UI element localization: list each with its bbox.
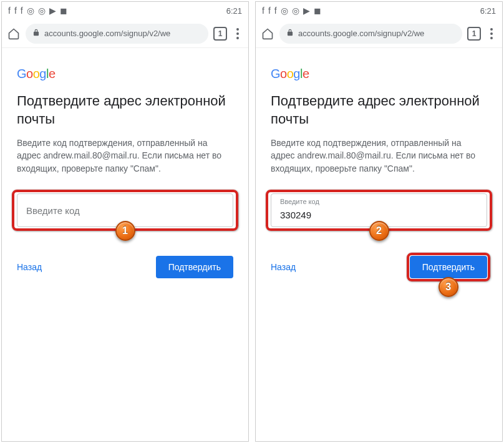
google-logo: Google (271, 67, 487, 81)
status-bar: f f f ◎ ◎ ▶ ◼ 6:21 (2, 2, 248, 19)
page-content: Google Подтвердите адрес электронной поч… (2, 48, 248, 278)
facebook-icon: f (14, 6, 17, 16)
code-input-value: 330249 (280, 210, 311, 220)
play-icon: ▶ (49, 6, 56, 16)
instagram-icon: ◎ (27, 6, 34, 16)
page-title: Подтвердите адрес электронной почты (17, 92, 233, 128)
instagram-icon: ◎ (38, 6, 46, 16)
facebook-icon: f (268, 6, 271, 16)
status-bar: f f f ◎ ◎ ▶ ◼ 6:21 (256, 2, 502, 19)
code-input-label: Введите код (26, 205, 80, 216)
menu-icon[interactable] (486, 28, 497, 39)
phone-right: f f f ◎ ◎ ▶ ◼ 6:21 accounts.google.com/s… (255, 1, 503, 442)
facebook-icon: f (21, 6, 23, 16)
instagram-icon: ◎ (281, 6, 288, 16)
status-icons: f f f ◎ ◎ ▶ ◼ (262, 6, 321, 16)
play-icon: ▶ (303, 6, 310, 16)
browser-bar: accounts.google.com/signup/v2/we 1 (256, 19, 502, 48)
status-icons: f f f ◎ ◎ ▶ ◼ (8, 6, 67, 16)
page-content: Google Подтвердите адрес электронной поч… (256, 48, 502, 278)
back-link[interactable]: Назад (17, 262, 42, 272)
app-icon: ◼ (314, 6, 321, 16)
app-icon: ◼ (60, 6, 67, 16)
confirm-button[interactable]: Подтвердить (410, 256, 487, 278)
callout-3: 3 (439, 277, 458, 297)
phone-left: f f f ◎ ◎ ▶ ◼ 6:21 accounts.google.com/s… (1, 1, 249, 442)
lock-icon (32, 28, 41, 39)
tab-count[interactable]: 1 (213, 27, 227, 41)
callout-1: 1 (115, 221, 135, 241)
url-bar[interactable]: accounts.google.com/signup/v2/we (26, 24, 208, 44)
facebook-icon: f (274, 6, 277, 16)
home-icon[interactable] (7, 27, 21, 41)
page-description: Введите код подтверждения, отправленный … (271, 137, 487, 175)
confirm-button[interactable]: Подтвердить (156, 256, 233, 278)
browser-bar: accounts.google.com/signup/v2/we 1 (2, 19, 248, 48)
code-input-wrap: Введите код 330249 2 (271, 193, 487, 227)
code-input-label: Введите код (280, 198, 319, 205)
status-time: 6:21 (226, 6, 242, 16)
back-link[interactable]: Назад (271, 262, 296, 272)
facebook-icon: f (262, 6, 264, 16)
google-logo: Google (17, 67, 233, 81)
actions-row: Назад Подтвердить 3 (271, 256, 487, 278)
menu-icon[interactable] (232, 28, 243, 39)
lock-icon (286, 28, 294, 39)
page-description: Введите код подтверждения, отправленный … (17, 137, 233, 175)
actions-row: Назад Подтвердить (17, 256, 233, 278)
url-text: accounts.google.com/signup/v2/we (44, 29, 170, 38)
status-time: 6:21 (480, 6, 496, 16)
callout-2: 2 (369, 221, 389, 241)
page-title: Подтвердите адрес электронной почты (271, 92, 487, 128)
facebook-icon: f (8, 6, 11, 16)
code-input-wrap: Введите код 1 (17, 193, 233, 227)
tab-count[interactable]: 1 (467, 27, 481, 41)
home-icon[interactable] (261, 27, 274, 41)
instagram-icon: ◎ (292, 6, 299, 16)
url-bar[interactable]: accounts.google.com/signup/v2/we (279, 24, 462, 44)
url-text: accounts.google.com/signup/v2/we (298, 29, 424, 38)
